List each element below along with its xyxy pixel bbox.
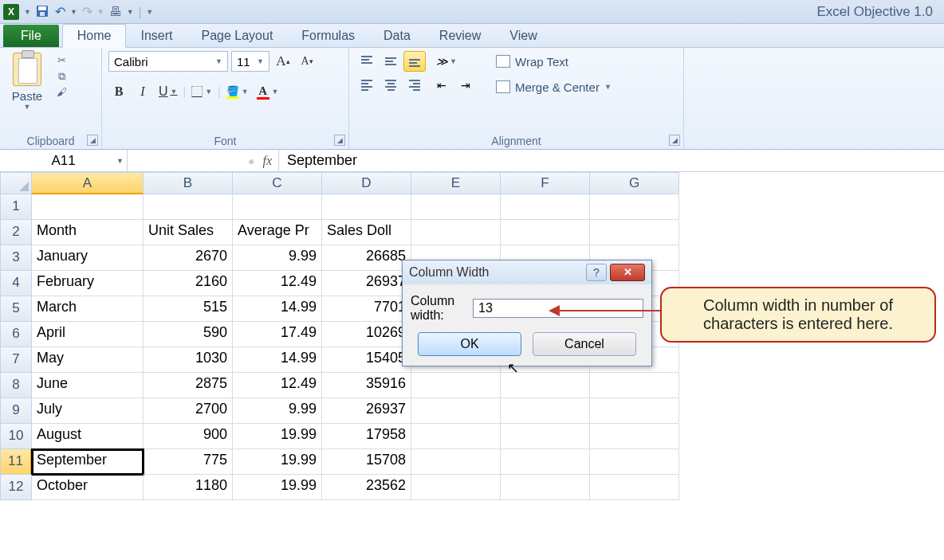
row-header-7[interactable]: 7 xyxy=(0,347,32,373)
cell-B7[interactable]: 1030 xyxy=(144,347,233,373)
cell-C10[interactable]: 19.99 xyxy=(233,424,322,449)
cell-C5[interactable]: 14.99 xyxy=(233,296,322,322)
cell-B4[interactable]: 2160 xyxy=(144,271,233,296)
cell-E1[interactable] xyxy=(411,194,501,220)
row-header-11[interactable]: 11 xyxy=(0,449,32,475)
column-header-a[interactable]: A xyxy=(32,172,144,194)
row-header-1[interactable]: 1 xyxy=(0,194,32,220)
orientation-button[interactable]: ≫▼ xyxy=(431,51,462,72)
select-all-corner[interactable] xyxy=(0,172,32,194)
tab-view[interactable]: View xyxy=(495,25,551,47)
cell-E10[interactable] xyxy=(411,424,501,449)
cell-D5[interactable]: 7701 xyxy=(322,296,411,322)
row-header-5[interactable]: 5 xyxy=(0,296,32,322)
cell-F10[interactable] xyxy=(501,424,590,449)
cell-C1[interactable] xyxy=(233,194,322,220)
cut-icon[interactable]: ✂ xyxy=(54,54,69,67)
tab-insert[interactable]: Insert xyxy=(126,25,187,47)
tab-page-layout[interactable]: Page Layout xyxy=(187,25,287,47)
cell-D12[interactable]: 23562 xyxy=(322,475,411,500)
align-middle-button[interactable] xyxy=(380,51,402,72)
cell-C9[interactable]: 9.99 xyxy=(233,398,322,424)
cell-A9[interactable]: July xyxy=(32,398,144,424)
formula-input[interactable]: September xyxy=(279,150,944,171)
cell-A12[interactable]: October xyxy=(32,475,144,500)
column-header-c[interactable]: C xyxy=(233,172,322,194)
align-bottom-button[interactable] xyxy=(403,51,426,72)
cell-B5[interactable]: 515 xyxy=(144,296,233,322)
underline-button[interactable]: U▼ xyxy=(156,81,179,102)
row-header-6[interactable]: 6 xyxy=(0,322,32,347)
cell-D2[interactable]: Sales Doll xyxy=(322,220,411,245)
cell-F8[interactable] xyxy=(501,373,590,398)
bold-button[interactable]: B xyxy=(108,81,129,102)
cell-A10[interactable]: August xyxy=(32,424,144,449)
row-header-4[interactable]: 4 xyxy=(0,271,32,296)
cell-F11[interactable] xyxy=(501,449,590,475)
print-dropdown-icon[interactable]: ▼ xyxy=(127,8,134,16)
tab-data[interactable]: Data xyxy=(369,25,425,47)
cell-G11[interactable] xyxy=(590,449,679,475)
ok-button[interactable]: OK xyxy=(418,332,521,356)
font-color-button[interactable]: A▼ xyxy=(254,81,281,102)
format-painter-icon[interactable]: 🖌 xyxy=(54,86,69,99)
cell-D10[interactable]: 17958 xyxy=(322,424,411,449)
cell-D3[interactable]: 26685 xyxy=(322,245,411,271)
font-size-select[interactable]: 11▼ xyxy=(231,51,269,72)
cell-C8[interactable]: 12.49 xyxy=(233,373,322,398)
dialog-help-button[interactable]: ? xyxy=(586,264,607,281)
italic-button[interactable]: I xyxy=(132,81,153,102)
column-header-f[interactable]: F xyxy=(501,172,590,194)
cell-F9[interactable] xyxy=(501,398,590,424)
cell-A2[interactable]: Month xyxy=(32,220,144,245)
cell-C11[interactable]: 19.99 xyxy=(233,449,322,475)
wrap-text-button[interactable]: Wrap Text xyxy=(490,51,618,72)
alignment-dialog-launcher[interactable]: ◢ xyxy=(669,135,680,146)
cell-D9[interactable]: 26937 xyxy=(322,398,411,424)
font-dialog-launcher[interactable]: ◢ xyxy=(334,135,345,146)
cell-C4[interactable]: 12.49 xyxy=(233,271,322,296)
cell-G9[interactable] xyxy=(590,398,679,424)
cell-B8[interactable]: 2875 xyxy=(144,373,233,398)
print-icon[interactable]: 🖶 xyxy=(109,5,122,19)
align-center-button[interactable] xyxy=(380,75,402,96)
cell-G1[interactable] xyxy=(590,194,679,220)
cell-D4[interactable]: 26937 xyxy=(322,271,411,296)
cell-A4[interactable]: February xyxy=(32,271,144,296)
column-header-b[interactable]: B xyxy=(144,172,233,194)
undo-icon[interactable]: ↶ xyxy=(55,4,65,19)
cell-B2[interactable]: Unit Sales xyxy=(144,220,233,245)
cell-G12[interactable] xyxy=(590,475,679,500)
row-header-2[interactable]: 2 xyxy=(0,220,32,245)
save-icon[interactable] xyxy=(36,5,50,19)
decrease-indent-button[interactable]: ⇤ xyxy=(431,75,453,96)
grow-font-button[interactable]: A▴ xyxy=(273,51,293,72)
cell-E11[interactable] xyxy=(411,449,501,475)
cell-E9[interactable] xyxy=(411,398,501,424)
tab-home[interactable]: Home xyxy=(62,24,127,48)
cell-F1[interactable] xyxy=(501,194,590,220)
shrink-font-button[interactable]: A▾ xyxy=(297,51,317,72)
cell-B9[interactable]: 2700 xyxy=(144,398,233,424)
copy-icon[interactable]: ⧉ xyxy=(54,70,69,83)
cell-D7[interactable]: 15405 xyxy=(322,347,411,373)
tab-formulas[interactable]: Formulas xyxy=(287,25,369,47)
cell-G10[interactable] xyxy=(590,424,679,449)
row-header-3[interactable]: 3 xyxy=(0,245,32,271)
qat-customize-icon[interactable]: ▼ xyxy=(146,8,153,16)
cell-B11[interactable]: 775 xyxy=(144,449,233,475)
cell-A8[interactable]: June xyxy=(32,373,144,398)
border-button[interactable]: ▼ xyxy=(189,81,214,102)
tab-review[interactable]: Review xyxy=(425,25,495,47)
column-header-e[interactable]: E xyxy=(411,172,501,194)
name-box[interactable]: A11▼ xyxy=(0,150,128,171)
cell-F12[interactable] xyxy=(501,475,590,500)
cell-A11[interactable]: September xyxy=(32,449,144,475)
paste-button[interactable]: Paste ▼ xyxy=(6,51,48,111)
cell-B3[interactable]: 2670 xyxy=(144,245,233,271)
cell-C6[interactable]: 17.49 xyxy=(233,322,322,347)
increase-indent-button[interactable]: ⇥ xyxy=(454,75,477,96)
cell-D11[interactable]: 15708 xyxy=(322,449,411,475)
fill-color-button[interactable]: 🪣▼ xyxy=(224,81,251,102)
cell-B1[interactable] xyxy=(144,194,233,220)
